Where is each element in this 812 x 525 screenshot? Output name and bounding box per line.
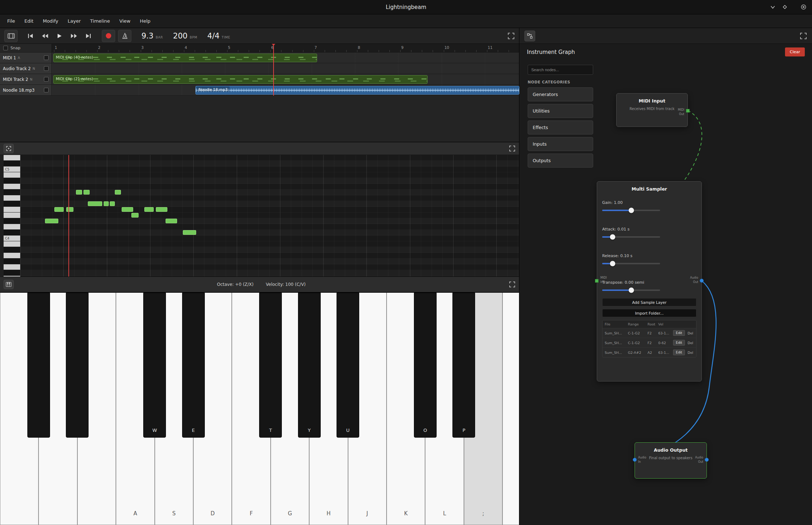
- edit-sample-button[interactable]: Edit: [673, 340, 685, 346]
- graph-expand-icon[interactable]: [800, 32, 807, 40]
- piano-roll-key-a4[interactable]: [4, 184, 20, 190]
- piano-roll-key-gs4[interactable]: [4, 190, 20, 195]
- track-lane[interactable]: MIDI Clip (21 notes): [52, 74, 519, 85]
- piano-roll-key-g3[interactable]: [4, 264, 20, 270]
- midi-note[interactable]: [131, 213, 139, 218]
- metronome-button[interactable]: [118, 30, 131, 42]
- category-inputs[interactable]: Inputs: [528, 137, 593, 151]
- piano-roll-playhead[interactable]: [68, 155, 69, 277]
- piano-roll-key-d4[interactable]: [4, 224, 20, 230]
- node-graph-icon[interactable]: [524, 31, 535, 41]
- add-sample-layer-button[interactable]: Add Sample Layer: [602, 298, 696, 306]
- audio-clip[interactable]: Noodle 18.mp3: [195, 86, 519, 95]
- piano-roll-key-fs3[interactable]: [4, 270, 20, 276]
- menu-file[interactable]: File: [3, 17, 19, 26]
- midi-note[interactable]: [54, 207, 64, 212]
- black-key-u[interactable]: U: [337, 293, 359, 438]
- menu-edit[interactable]: Edit: [20, 17, 38, 26]
- piano-roll-key-f3[interactable]: [4, 276, 20, 277]
- piano-icon[interactable]: [4, 280, 14, 289]
- track-lane[interactable]: Noodle 18.mp3: [52, 85, 519, 95]
- category-effects[interactable]: Effects: [528, 120, 593, 134]
- delete-sample-button[interactable]: Del: [687, 330, 694, 336]
- fast-forward-button[interactable]: [67, 30, 80, 42]
- piano-roll-key-c5[interactable]: C5: [4, 166, 20, 172]
- midi-note[interactable]: [122, 207, 133, 212]
- piano-roll-key-b4[interactable]: [4, 172, 20, 178]
- keyboard-expand-icon[interactable]: [509, 281, 515, 288]
- piano-roll-key-gs3[interactable]: [4, 259, 20, 264]
- midi-note[interactable]: [88, 201, 102, 206]
- track-header-noodle-18-mp3[interactable]: Noodle 18.mp3: [0, 85, 52, 95]
- midi-note[interactable]: [66, 207, 73, 212]
- piano-roll-key-fs4[interactable]: [4, 201, 20, 207]
- slider-track[interactable]: [602, 263, 660, 264]
- node-search-input[interactable]: [528, 65, 593, 75]
- track-lane[interactable]: [52, 63, 519, 74]
- audio-out-port[interactable]: [700, 279, 704, 283]
- record-button[interactable]: [102, 30, 115, 42]
- slider-track[interactable]: [602, 236, 660, 238]
- slider-thumb[interactable]: [628, 288, 634, 293]
- midi-note[interactable]: [84, 190, 90, 195]
- minimize-icon[interactable]: [770, 5, 775, 9]
- close-icon[interactable]: [801, 4, 806, 10]
- midi-note[interactable]: [45, 219, 58, 223]
- category-generators[interactable]: Generators: [528, 87, 593, 101]
- audio-out-port[interactable]: [705, 458, 709, 462]
- timeline-ruler[interactable]: 1234567891011: [52, 44, 519, 52]
- time-signature-display[interactable]: 4/4 TIME: [207, 32, 230, 40]
- piano-roll-key-c4[interactable]: C4: [4, 236, 20, 241]
- edit-sample-button[interactable]: Edit: [673, 330, 685, 336]
- skip-to-start-button[interactable]: [24, 30, 37, 42]
- black-key-w[interactable]: W: [143, 293, 166, 438]
- menu-modify[interactable]: Modify: [39, 17, 63, 26]
- piano-roll-key-b3[interactable]: [4, 241, 20, 247]
- midi-note[interactable]: [183, 230, 196, 235]
- track-lane[interactable]: MIDI Clip (40 notes): [52, 52, 519, 63]
- midi-in-port[interactable]: [595, 279, 599, 283]
- category-outputs[interactable]: Outputs: [528, 154, 593, 168]
- piano-roll-grid[interactable]: [20, 155, 519, 277]
- midi-note[interactable]: [144, 207, 154, 212]
- white-key-13[interactable]: [502, 293, 519, 525]
- rewind-button[interactable]: [39, 30, 51, 42]
- black-key-o[interactable]: O: [414, 293, 437, 438]
- audio-in-port[interactable]: [633, 458, 637, 462]
- black-key-0[interactable]: [27, 293, 50, 438]
- midi-note[interactable]: [115, 190, 121, 195]
- track-checkbox[interactable]: [44, 66, 49, 71]
- black-key-y[interactable]: Y: [298, 293, 321, 438]
- midi-note[interactable]: [156, 207, 167, 212]
- graph-canvas[interactable]: Instrument Graph Clear NODE CATEGORIES G…: [519, 44, 812, 525]
- menu-timeline[interactable]: Timeline: [86, 17, 114, 26]
- piano-roll-key-ds4[interactable]: [4, 218, 20, 224]
- black-key-1[interactable]: [66, 293, 89, 438]
- maximize-icon[interactable]: [782, 5, 787, 9]
- midi-note[interactable]: [104, 201, 109, 206]
- midi-clip[interactable]: MIDI Clip (40 notes): [53, 54, 317, 62]
- menu-view[interactable]: View: [115, 17, 135, 26]
- node-midi-input[interactable]: MIDI Input Receives MIDI from track MIDI…: [616, 93, 688, 127]
- timeline-expand-icon[interactable]: [508, 32, 515, 40]
- black-key-t[interactable]: T: [259, 293, 282, 438]
- midi-note[interactable]: [76, 190, 82, 195]
- bpm-display[interactable]: 200 BPM: [173, 32, 197, 40]
- piano-roll-key-as3[interactable]: [4, 247, 20, 253]
- fit-view-icon[interactable]: [4, 144, 14, 153]
- midi-note[interactable]: [110, 201, 115, 206]
- piano-roll-key-cs5[interactable]: [4, 161, 20, 166]
- timeline-film-icon[interactable]: [4, 30, 18, 42]
- piano-roll-key-e4[interactable]: [4, 213, 20, 218]
- track-checkbox[interactable]: [44, 88, 49, 92]
- node-multi-sampler[interactable]: Multi Sampler Gain: 1.00Attack: 0.01 sRe…: [597, 181, 702, 382]
- snap-checkbox[interactable]: [3, 46, 8, 50]
- piano-roll-expand-icon[interactable]: [509, 145, 515, 152]
- piano-roll-key-f4[interactable]: [4, 207, 20, 213]
- midi-clip[interactable]: MIDI Clip (21 notes): [53, 75, 428, 84]
- delete-sample-button[interactable]: Del: [687, 350, 694, 355]
- play-button[interactable]: [53, 30, 66, 42]
- slider-thumb[interactable]: [628, 208, 634, 213]
- track-header-audio-track-2[interactable]: Audio Track 2N: [0, 63, 52, 74]
- edit-sample-button[interactable]: Edit: [673, 350, 685, 355]
